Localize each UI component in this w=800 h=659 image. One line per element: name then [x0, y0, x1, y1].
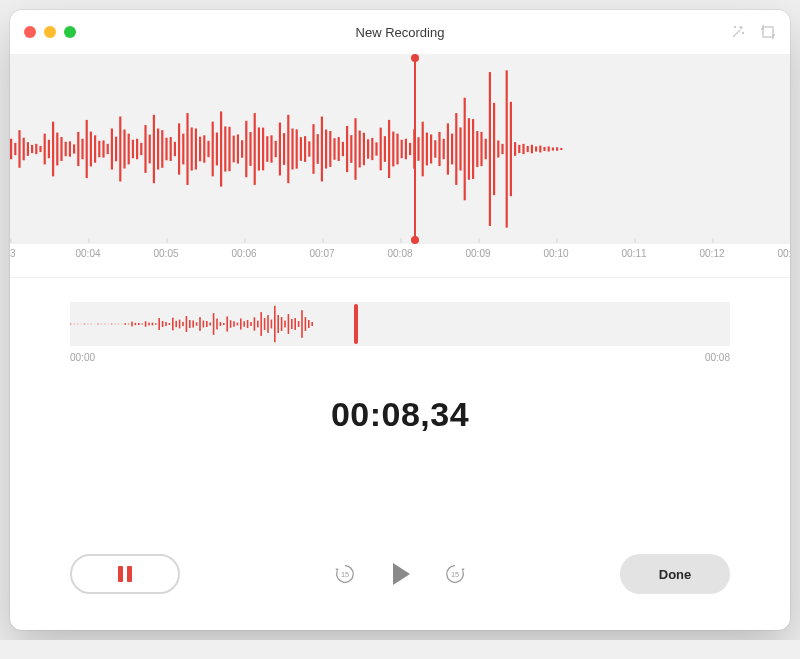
svg-rect-57: [245, 121, 247, 177]
svg-rect-172: [203, 321, 205, 328]
elapsed-time: 00:08,34: [10, 395, 790, 434]
svg-rect-111: [472, 119, 474, 179]
svg-rect-84: [359, 131, 361, 168]
svg-rect-92: [392, 132, 394, 167]
svg-rect-2: [14, 143, 16, 155]
svg-rect-8: [39, 146, 41, 152]
overview-end-time: 00:08: [705, 352, 730, 363]
svg-rect-36: [157, 128, 159, 169]
svg-rect-15: [69, 141, 71, 156]
svg-rect-108: [459, 127, 461, 170]
svg-rect-194: [277, 315, 279, 333]
minimize-window-button[interactable]: [44, 26, 56, 38]
svg-rect-13: [60, 137, 62, 161]
svg-rect-112: [476, 131, 478, 167]
app-window: New Recording 0300:0400:0500:0600:0700:0…: [10, 10, 790, 630]
svg-rect-114: [485, 139, 487, 160]
playhead[interactable]: [414, 54, 416, 244]
svg-rect-68: [291, 128, 293, 169]
svg-rect-158: [155, 323, 157, 324]
svg-rect-58: [249, 132, 251, 166]
skip-forward-button[interactable]: 15: [443, 562, 467, 586]
play-button[interactable]: [385, 559, 415, 589]
pause-button[interactable]: [70, 554, 180, 594]
svg-rect-177: [220, 322, 222, 326]
svg-rect-155: [145, 321, 147, 327]
svg-rect-178: [223, 323, 225, 325]
svg-rect-47: [203, 135, 205, 162]
svg-rect-26: [115, 137, 117, 162]
pause-icon: [118, 566, 132, 582]
svg-rect-88: [375, 142, 377, 155]
waveform-overview[interactable]: [70, 302, 730, 346]
svg-rect-133: [70, 324, 72, 325]
overview-start-time: 00:00: [70, 352, 95, 363]
svg-rect-56: [241, 140, 243, 157]
svg-rect-115: [489, 72, 491, 226]
svg-rect-62: [266, 136, 268, 162]
svg-rect-54: [233, 136, 235, 163]
overview-playhead[interactable]: [354, 304, 358, 344]
waveform-main[interactable]: [10, 54, 790, 244]
svg-rect-11: [52, 122, 54, 177]
ruler-tick: 00:10: [543, 244, 568, 259]
svg-rect-29: [128, 134, 130, 165]
svg-rect-100: [426, 133, 428, 166]
transport-controls: 15 15: [333, 559, 467, 589]
svg-rect-101: [430, 134, 432, 163]
svg-rect-42: [182, 134, 184, 165]
trim-icon[interactable]: [760, 24, 776, 40]
svg-rect-204: [311, 322, 313, 326]
svg-rect-83: [354, 118, 356, 180]
svg-rect-203: [308, 320, 310, 328]
svg-rect-171: [199, 317, 201, 331]
svg-rect-90: [384, 136, 386, 162]
svg-rect-200: [298, 321, 300, 327]
svg-rect-73: [312, 124, 314, 174]
svg-rect-157: [152, 323, 154, 326]
svg-rect-33: [144, 125, 146, 173]
svg-rect-187: [254, 317, 256, 330]
svg-rect-99: [422, 122, 424, 177]
svg-rect-180: [230, 320, 232, 328]
maximize-window-button[interactable]: [64, 26, 76, 38]
enhance-icon[interactable]: [730, 24, 746, 40]
svg-rect-18: [81, 139, 83, 160]
svg-rect-193: [274, 306, 276, 342]
svg-rect-130: [552, 147, 554, 150]
svg-rect-104: [443, 139, 445, 160]
svg-rect-65: [279, 122, 281, 175]
svg-rect-77: [329, 131, 331, 167]
titlebar: New Recording: [10, 10, 790, 54]
svg-rect-76: [325, 130, 327, 169]
svg-text:15: 15: [451, 570, 459, 579]
svg-rect-121: [514, 142, 516, 156]
svg-rect-75: [321, 117, 323, 182]
svg-rect-17: [77, 132, 79, 166]
svg-rect-118: [501, 144, 503, 154]
svg-rect-64: [275, 141, 277, 157]
svg-rect-161: [165, 322, 167, 326]
svg-rect-70: [300, 137, 302, 161]
svg-rect-198: [291, 319, 293, 329]
titlebar-tools: [730, 24, 776, 40]
svg-rect-125: [531, 145, 533, 154]
svg-rect-48: [207, 141, 209, 157]
svg-rect-145: [111, 324, 113, 325]
done-button[interactable]: Done: [620, 554, 730, 594]
svg-rect-24: [107, 144, 109, 154]
svg-rect-151: [131, 322, 133, 327]
window-controls: [24, 26, 76, 38]
close-window-button[interactable]: [24, 26, 36, 38]
ruler-tick: 03: [10, 244, 16, 259]
svg-rect-186: [250, 322, 252, 326]
time-ruler: 0300:0400:0500:0600:0700:0800:0900:1000:…: [10, 244, 790, 278]
svg-rect-197: [288, 314, 290, 334]
svg-rect-30: [132, 140, 134, 158]
svg-rect-95: [405, 139, 407, 160]
svg-rect-3: [18, 130, 20, 168]
svg-rect-132: [560, 148, 562, 150]
skip-back-button[interactable]: 15: [333, 562, 357, 586]
ruler-tick: 00:04: [75, 244, 100, 259]
svg-rect-59: [254, 113, 256, 185]
